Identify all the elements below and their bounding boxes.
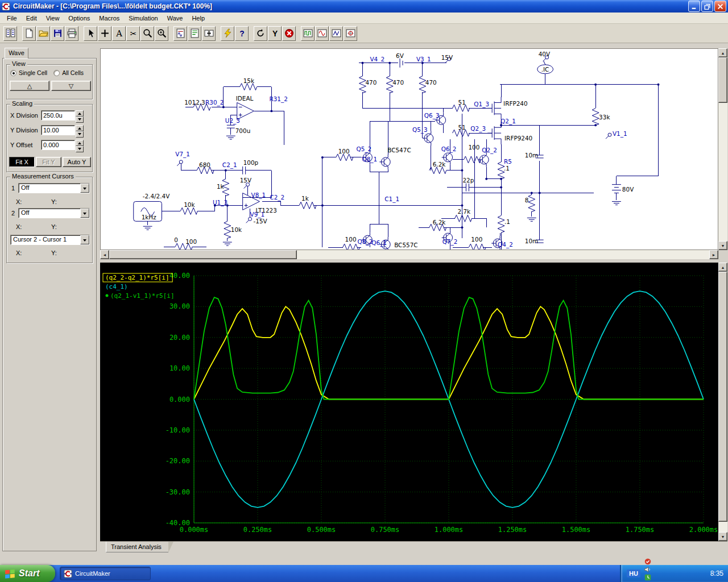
tray-antivirus-icon[interactable] — [644, 558, 652, 566]
wire-tool-button[interactable] — [98, 26, 111, 41]
schematic-vscroll-thumb[interactable] — [718, 57, 727, 103]
wires[interactable] — [148, 61, 659, 250]
taskbar-item-circuitmaker[interactable]: CircuitMaker — [60, 567, 151, 580]
single-cell-radio[interactable] — [10, 70, 16, 76]
schematic-hscroll[interactable]: ◄ ► — [100, 250, 718, 259]
schematic-scroll-down-button[interactable]: ▼ — [718, 241, 727, 250]
capacitor[interactable] — [243, 167, 246, 174]
ground[interactable] — [612, 201, 621, 205]
cursor2-dropdown-arrow-icon[interactable] — [80, 209, 89, 218]
waveform-vscroll-thumb[interactable] — [718, 272, 727, 522]
resistor[interactable] — [240, 84, 257, 90]
menu-macros[interactable]: Macros — [94, 14, 124, 23]
transistor[interactable] — [478, 152, 489, 167]
resistor[interactable] — [455, 215, 472, 222]
auto-y-button[interactable]: Auto Y — [63, 157, 91, 167]
power-pin[interactable] — [606, 133, 611, 139]
tray-scheduler-icon[interactable] — [644, 573, 652, 581]
ground[interactable] — [223, 242, 232, 246]
reset-simulation-button[interactable] — [254, 26, 267, 41]
x-division-input[interactable] — [41, 110, 75, 120]
title-bar[interactable]: CircuitMaker - [C:\Program Files\...\föl… — [0, 0, 728, 13]
taskbar-clock[interactable]: 8:35 — [710, 569, 723, 577]
legend-entry[interactable]: (q2_2-q2_1)*r5[i] — [105, 274, 169, 281]
parts-browser-button[interactable] — [3, 26, 17, 41]
legend-entry[interactable]: (q2_1-v1_1)*r5[i] — [110, 292, 175, 300]
xy-scope-button[interactable] — [344, 26, 357, 41]
tray-volume-icon[interactable] — [644, 566, 652, 573]
x-division-spin-up[interactable] — [76, 110, 84, 117]
restore-button[interactable] — [701, 1, 713, 12]
schematic-page-button[interactable] — [173, 26, 187, 41]
analog-scope-button[interactable] — [315, 26, 329, 41]
resistor[interactable] — [336, 154, 353, 161]
y-offset-spin-up[interactable] — [76, 140, 84, 146]
cursor-diff-select[interactable]: Cursor 2 - Cursor 1 — [10, 235, 90, 245]
resistor[interactable] — [498, 215, 504, 232]
ground[interactable] — [226, 136, 235, 139]
stop-simulation-button[interactable] — [282, 26, 296, 41]
capacitor[interactable] — [466, 184, 469, 192]
waveform-panel[interactable]: 0.000ms0.250ms0.500ms0.750ms1.000ms1.250… — [100, 263, 718, 541]
legend-entry[interactable]: (c4_1) — [105, 283, 128, 290]
waveform-scroll-up-button[interactable]: ▲ — [718, 263, 727, 272]
save-file-button[interactable] — [51, 26, 64, 41]
menu-file[interactable]: File — [2, 14, 22, 23]
cursor2-select[interactable]: Off — [18, 208, 90, 218]
capacitor[interactable] — [227, 125, 235, 128]
storage-scope-button[interactable] — [329, 26, 343, 41]
resistor[interactable] — [224, 221, 231, 238]
mixed-page-button[interactable] — [188, 26, 201, 41]
schematic-scroll-left-button[interactable]: ◄ — [100, 250, 109, 259]
battery[interactable] — [612, 185, 621, 193]
zoom-tool-button[interactable] — [140, 26, 154, 41]
battery[interactable] — [400, 59, 403, 68]
new-file-button[interactable] — [22, 26, 36, 41]
mosfet[interactable] — [487, 97, 501, 120]
schematic-vscroll[interactable]: ▲ ▼ — [718, 48, 727, 250]
resistor[interactable] — [528, 195, 535, 212]
schematic-scroll-right-button[interactable]: ► — [709, 250, 718, 259]
probe-tool-button[interactable]: Y — [268, 26, 282, 41]
menu-options[interactable]: Options — [64, 14, 94, 23]
cut-tool-button[interactable]: ✂ — [126, 26, 140, 41]
schematic-canvas[interactable]: V4_26VV3_115V40V.IC47047047015kIDEALR31_… — [100, 48, 718, 250]
y-offset-spin-down[interactable] — [76, 146, 84, 152]
mosfet[interactable] — [487, 122, 501, 144]
power-pin[interactable] — [246, 217, 252, 223]
menu-edit[interactable]: Edit — [22, 14, 42, 23]
fit-x-button[interactable]: Fit X — [9, 157, 35, 167]
print-button[interactable] — [65, 26, 78, 41]
ground[interactable] — [143, 226, 152, 230]
help-button[interactable]: ? — [235, 26, 249, 41]
menu-view[interactable]: View — [42, 14, 64, 23]
open-file-button[interactable] — [36, 26, 50, 41]
digital-scope-button[interactable] — [301, 26, 315, 41]
fit-y-button[interactable]: Fit Y — [36, 157, 61, 167]
close-button[interactable] — [714, 1, 726, 12]
ground[interactable] — [527, 218, 536, 221]
power-pin[interactable] — [177, 160, 183, 166]
select-tool-button[interactable] — [84, 26, 97, 41]
next-cell-button[interactable]: ▽ — [51, 81, 91, 91]
menu-help[interactable]: Help — [187, 14, 209, 23]
y-division-spin-up[interactable] — [76, 125, 84, 131]
menu-simulation[interactable]: Simulation — [124, 14, 162, 23]
waveform-scroll-down-button[interactable]: ▼ — [718, 532, 727, 541]
all-cells-radio[interactable] — [53, 70, 60, 76]
power-pin[interactable] — [244, 183, 250, 189]
x-division-spin-down[interactable] — [76, 117, 84, 123]
text-tool-button[interactable]: A — [112, 26, 126, 41]
transistor[interactable] — [379, 155, 390, 169]
start-button[interactable]: Start — [0, 565, 55, 582]
run-simulation-button[interactable] — [221, 26, 234, 41]
zoom-area-tool-button[interactable] — [155, 26, 168, 41]
language-indicator[interactable]: HU — [627, 569, 640, 577]
y-offset-input[interactable] — [41, 140, 75, 150]
cursor-diff-dropdown-arrow-icon[interactable] — [80, 235, 89, 244]
menu-wave[interactable]: Wave — [163, 14, 188, 23]
cursor1-dropdown-arrow-icon[interactable] — [80, 184, 89, 193]
cursor1-select[interactable]: Off — [18, 183, 90, 193]
tab-transient-analysis[interactable]: Transient Analysis — [106, 542, 168, 552]
previous-cell-button[interactable]: △ — [10, 81, 49, 91]
